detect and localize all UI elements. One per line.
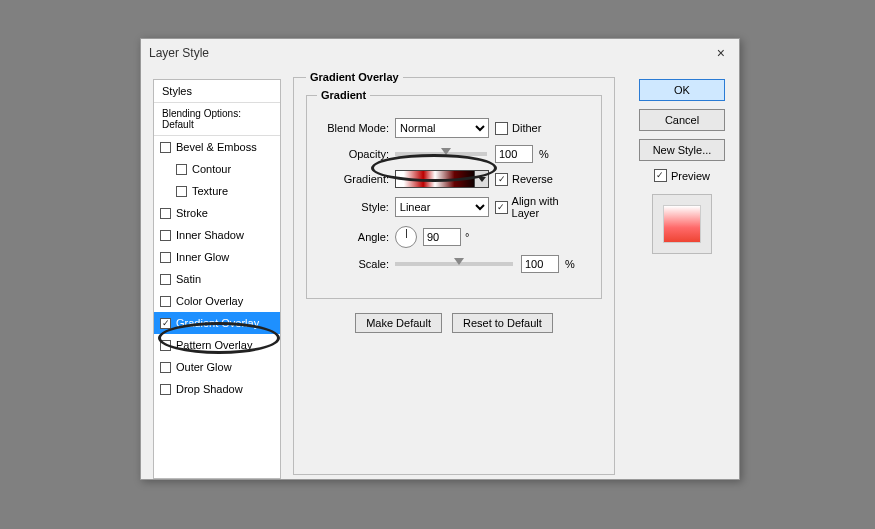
blend-mode-label: Blend Mode: [317, 122, 389, 134]
reverse-checkbox[interactable]: Reverse [495, 173, 553, 186]
reset-default-button[interactable]: Reset to Default [452, 313, 553, 333]
style-select[interactable]: Linear [395, 197, 489, 217]
opacity-label: Opacity: [317, 148, 389, 160]
style-inner-shadow[interactable]: Inner Shadow [154, 224, 280, 246]
checkbox-icon[interactable] [160, 142, 171, 153]
checkbox-icon[interactable] [160, 296, 171, 307]
style-texture[interactable]: Texture [154, 180, 280, 202]
gradient-overlay-panel: Gradient Overlay Gradient Blend Mode: No… [293, 71, 615, 475]
cancel-button[interactable]: Cancel [639, 109, 725, 131]
opacity-input[interactable] [495, 145, 533, 163]
checkbox-icon [495, 201, 508, 214]
preview-swatch-box [652, 194, 712, 254]
checkbox-icon[interactable] [160, 252, 171, 263]
make-default-button[interactable]: Make Default [355, 313, 442, 333]
inner-legend: Gradient [317, 89, 370, 101]
scale-slider[interactable] [395, 262, 513, 266]
dialog-title: Layer Style [149, 46, 209, 60]
style-satin[interactable]: Satin [154, 268, 280, 290]
angle-dial[interactable] [395, 226, 417, 248]
angle-input[interactable] [423, 228, 461, 246]
titlebar: Layer Style × [141, 39, 739, 67]
style-color-overlay[interactable]: Color Overlay [154, 290, 280, 312]
checkbox-icon[interactable] [176, 164, 187, 175]
checkbox-icon[interactable] [160, 208, 171, 219]
checkbox-icon [495, 122, 508, 135]
checkbox-icon[interactable] [176, 186, 187, 197]
style-stroke[interactable]: Stroke [154, 202, 280, 224]
blending-options[interactable]: Blending Options: Default [154, 103, 280, 136]
gradient-label: Gradient: [317, 173, 389, 185]
panel-legend: Gradient Overlay [306, 71, 403, 83]
styles-header: Styles [154, 80, 280, 103]
preview-checkbox[interactable]: Preview [654, 169, 710, 182]
layer-style-dialog: Layer Style × Styles Blending Options: D… [140, 38, 740, 480]
style-contour[interactable]: Contour [154, 158, 280, 180]
checkbox-icon[interactable] [160, 230, 171, 241]
style-pattern-overlay[interactable]: Pattern Overlay [154, 334, 280, 356]
blend-mode-select[interactable]: Normal [395, 118, 489, 138]
checkbox-icon[interactable] [160, 274, 171, 285]
style-inner-glow[interactable]: Inner Glow [154, 246, 280, 268]
checkbox-icon [654, 169, 667, 182]
style-bevel-emboss[interactable]: Bevel & Emboss [154, 136, 280, 158]
gradient-group: Gradient Blend Mode: Normal Dither Opaci… [306, 89, 602, 299]
preview-swatch [663, 205, 701, 243]
checkbox-icon[interactable] [160, 362, 171, 373]
dither-checkbox[interactable]: Dither [495, 122, 541, 135]
gradient-preview [396, 171, 474, 187]
angle-label: Angle: [317, 231, 389, 243]
checkbox-icon[interactable] [160, 384, 171, 395]
checkbox-icon[interactable] [160, 340, 171, 351]
styles-list: Styles Blending Options: Default Bevel &… [153, 79, 281, 479]
ok-button[interactable]: OK [639, 79, 725, 101]
gradient-picker[interactable] [395, 170, 489, 188]
new-style-button[interactable]: New Style... [639, 139, 725, 161]
chevron-down-icon[interactable] [474, 171, 488, 187]
scale-label: Scale: [317, 258, 389, 270]
align-checkbox[interactable]: Align with Layer [495, 195, 589, 219]
close-icon[interactable]: × [711, 45, 731, 61]
style-outer-glow[interactable]: Outer Glow [154, 356, 280, 378]
scale-input[interactable] [521, 255, 559, 273]
checkbox-icon [495, 173, 508, 186]
style-label: Style: [317, 201, 389, 213]
right-buttons: OK Cancel New Style... Preview [639, 79, 725, 254]
opacity-slider[interactable] [395, 152, 487, 156]
checkbox-icon[interactable] [160, 318, 171, 329]
style-gradient-overlay[interactable]: Gradient Overlay [154, 312, 280, 334]
style-drop-shadow[interactable]: Drop Shadow [154, 378, 280, 400]
